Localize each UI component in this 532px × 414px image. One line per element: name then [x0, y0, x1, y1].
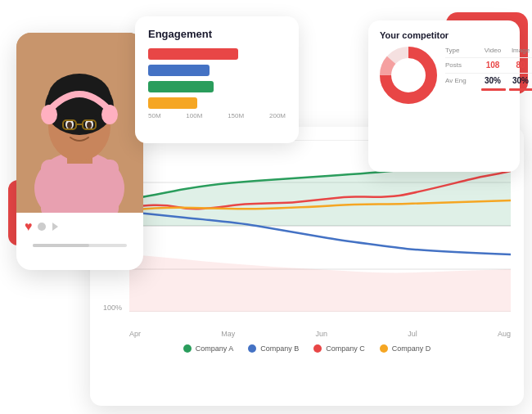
x-label-may: May [221, 330, 235, 338]
legend-dot-d [380, 344, 388, 353]
x-axis-labels: Apr May Jun Jul Aug [103, 330, 511, 338]
competitor-stats: Type Video Image Carousel Posts 108 80 2… [445, 47, 532, 91]
axis-150m: 150M [228, 112, 244, 119]
stat-eng-row: Av Eng 30% 30% 30% [445, 76, 532, 85]
legend-dot-b [248, 344, 256, 353]
svg-point-7 [41, 105, 57, 124]
stat-video-posts: 108 [480, 61, 506, 70]
svg-point-12 [87, 122, 92, 128]
legend-company-d: Company D [380, 344, 431, 353]
divider-2 [445, 73, 532, 74]
chart-legend: Company A Company B Company C Company D [103, 344, 511, 353]
progress-fill [33, 244, 89, 247]
svg-point-8 [101, 105, 118, 124]
svg-rect-2 [41, 160, 119, 213]
y-label-100-bot: 100% [103, 304, 122, 312]
legend-company-a: Company A [183, 344, 234, 353]
divider-1 [445, 57, 532, 58]
svg-point-11 [67, 122, 72, 128]
bar-chart [148, 48, 286, 109]
bar-green [148, 81, 214, 92]
phone-card: ♥ [16, 33, 143, 270]
bar-axis: 50M 100M 150M 200M [148, 112, 286, 119]
x-label-jun: Jun [315, 330, 327, 338]
legend-company-c: Company C [313, 344, 365, 353]
bar-row-1 [148, 48, 286, 60]
bar-red [148, 48, 238, 60]
scene: ♥ Engagement 50M [0, 0, 532, 414]
stat-header-row: Type Video Image Carousel [445, 47, 532, 54]
red-bar-1 [481, 88, 506, 91]
axis-100m: 100M [186, 112, 202, 119]
axis-200m: 200M [269, 112, 286, 119]
competitor-card: Your competitor Type Video Image [368, 20, 520, 172]
engagement-card: Engagement 50M 100M 150M 200M [135, 16, 299, 143]
stat-image-eng: 30% [507, 76, 532, 85]
stat-posts-label: Posts [445, 61, 478, 69]
engagement-title: Engagement [148, 28, 286, 40]
stat-type-label: Type [445, 47, 478, 54]
heart-icon: ♥ [25, 219, 33, 234]
stat-eng-label: Av Eng [445, 77, 478, 84]
bar-row-4 [148, 97, 286, 109]
social-bar: ♥ [16, 213, 143, 241]
legend-label-a: Company A [196, 344, 234, 353]
red-bar-2 [509, 88, 532, 91]
legend-label-b: Company B [260, 344, 299, 353]
share-icon [52, 223, 58, 231]
competitor-content: Type Video Image Carousel Posts 108 80 2… [380, 47, 508, 104]
dot-icon [38, 223, 46, 231]
legend-company-b: Company B [248, 344, 299, 353]
donut-chart [380, 47, 437, 104]
bar-row-2 [148, 65, 286, 76]
legend-label-c: Company C [326, 344, 365, 353]
bar-row-3 [148, 81, 286, 92]
bar-blue [148, 65, 210, 76]
competitor-title: Your competitor [380, 30, 508, 40]
x-label-aug: Aug [498, 330, 511, 338]
progress-bar [33, 244, 127, 247]
stat-image-posts: 80 [507, 61, 532, 70]
person-photo [16, 33, 143, 213]
stat-image-header: Image [507, 47, 532, 54]
x-label-apr: Apr [129, 330, 141, 338]
legend-label-d: Company D [392, 344, 431, 353]
legend-dot-c [313, 344, 322, 353]
stat-video-header: Video [480, 47, 506, 54]
legend-dot-a [183, 344, 192, 353]
stat-video-eng: 30% [480, 76, 506, 85]
x-label-jul: Jul [408, 330, 417, 338]
red-bars-row [445, 88, 532, 91]
bar-orange [148, 97, 197, 109]
axis-50m: 50M [148, 112, 161, 119]
stat-posts-row: Posts 108 80 20 [445, 61, 532, 70]
